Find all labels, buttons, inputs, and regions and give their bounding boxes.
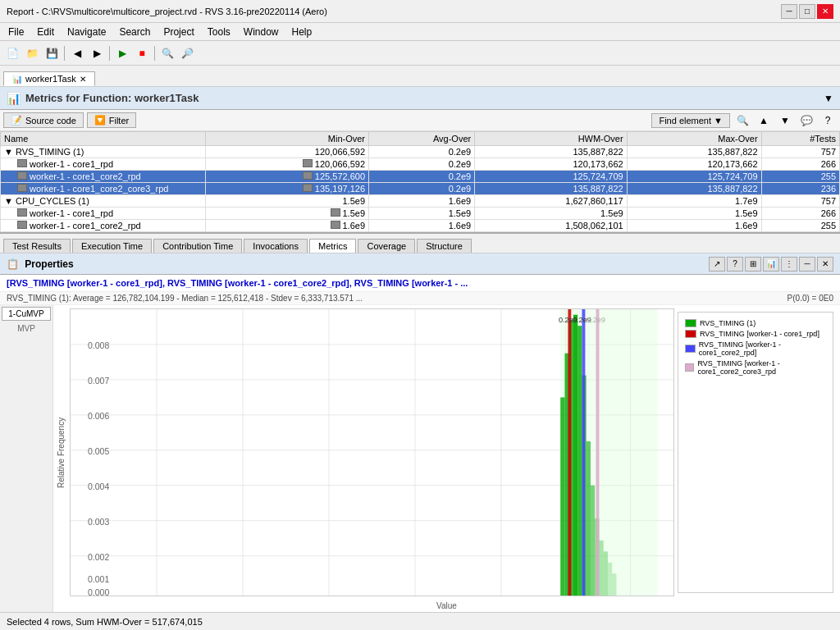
table-row[interactable]: worker-1 - core1_rpd 120,066,592 0.2e9 1… <box>1 158 840 171</box>
lower-panel: 📋 Properties ↗ ? ⊞ 📊 ⋮ ─ ✕ [RVS_TIMING [… <box>0 253 840 612</box>
stop-button[interactable]: ■ <box>133 44 151 62</box>
maximize-button[interactable]: □ <box>799 4 815 19</box>
help-button[interactable]: ? <box>819 112 837 130</box>
col-hwm[interactable]: HWM-Over <box>475 132 627 146</box>
menu-project[interactable]: Project <box>158 25 199 39</box>
cell-name: worker-1 - core1_core2_rpd <box>1 171 206 183</box>
filter-button[interactable]: 🔽 Filter <box>87 112 136 128</box>
menu-window[interactable]: Window <box>239 25 284 39</box>
cell-min: 1.6e9 <box>206 220 369 232</box>
save-button[interactable]: 💾 <box>43 44 61 62</box>
tab-worker1task[interactable]: 📊 worker1Task ✕ <box>3 71 95 86</box>
source-code-button[interactable]: 📝 Source code <box>3 112 84 128</box>
chart-area: 1-CuMVP MVP Relative Frequency <box>0 305 840 612</box>
btab-contribution-time[interactable]: Contribution Time <box>153 239 242 253</box>
search-button[interactable]: 🔍 <box>733 112 751 130</box>
title-buttons: ─ □ ✕ <box>781 4 833 19</box>
btab-coverage[interactable]: Coverage <box>358 239 415 253</box>
cumvp-tab[interactable]: 1-CuMVP <box>2 307 51 321</box>
run-button[interactable]: ▶ <box>113 44 131 62</box>
cell-name: ▼ RVS_TIMING (1) <box>1 146 206 158</box>
new-button[interactable]: 📄 <box>3 44 21 62</box>
btab-execution-time[interactable]: Execution Time <box>72 239 152 253</box>
zoom-out-button[interactable]: 🔎 <box>178 44 196 62</box>
svg-rect-38 <box>587 441 591 596</box>
cell-max: 1.6e9 <box>627 220 761 232</box>
cell-name: ▼ CPU_CYCLES (1) <box>1 195 206 208</box>
down-button[interactable]: ▼ <box>776 112 794 130</box>
svg-rect-44 <box>612 573 616 596</box>
cell-min: 1.5e9 <box>206 195 369 208</box>
minimize-button[interactable]: ─ <box>781 4 797 19</box>
menu-edit[interactable]: Edit <box>32 25 59 39</box>
comment-button[interactable]: 💬 <box>797 112 815 130</box>
metrics-panel-title: 📊 Metrics for Function: worker1Task <box>7 92 199 105</box>
close-panel-button[interactable]: ✕ <box>817 257 833 272</box>
legend-item-core1-core2-rpd: RVS_TIMING [worker-1 - core1_core2_rpd] <box>685 340 826 357</box>
table-view-button[interactable]: ⊞ <box>745 257 761 272</box>
close-button[interactable]: ✕ <box>817 4 833 19</box>
cell-hwm: 135,887,822 <box>475 183 627 195</box>
cell-avg: 0.2e9 <box>369 146 475 158</box>
menu-tools[interactable]: Tools <box>203 25 235 39</box>
svg-rect-32 <box>560 397 564 596</box>
properties-icon: 📋 <box>7 258 19 270</box>
menu-file[interactable]: File <box>3 25 29 39</box>
metrics-table: Name Min-Over Avg-Over HWM-Over Max-Over… <box>0 131 840 232</box>
cell-hwm: 1.5e9 <box>475 208 627 220</box>
cell-name: worker-1 - core1_rpd <box>1 158 206 171</box>
svg-text:0.008: 0.008 <box>88 340 109 350</box>
cell-avg: 1.6e9 <box>369 195 475 208</box>
open-button[interactable]: 📁 <box>23 44 41 62</box>
menu-help[interactable]: Help <box>287 25 317 39</box>
legend-label-2: RVS_TIMING [worker-1 - core1_rpd] <box>700 330 819 338</box>
btab-metrics[interactable]: Metrics <box>309 239 356 253</box>
table-row[interactable]: worker-1 - core1_core2_rpd 125,572,600 0… <box>1 171 840 183</box>
separator-3 <box>154 46 155 61</box>
back-button[interactable]: ◀ <box>68 44 86 62</box>
tab-label: worker1Task <box>25 74 76 84</box>
svg-rect-35 <box>573 315 578 596</box>
col-avg[interactable]: Avg-Over <box>369 132 475 146</box>
external-link-button[interactable]: ↗ <box>709 257 725 272</box>
forward-button[interactable]: ▶ <box>88 44 106 62</box>
find-element-button[interactable]: Find element ▼ <box>651 113 730 128</box>
chart-view-button[interactable]: 📊 <box>763 257 779 272</box>
col-min[interactable]: Min-Over <box>206 132 369 146</box>
table-row[interactable]: worker-1 - core1_core2_rpd 1.6e9 1.6e9 1… <box>1 220 840 232</box>
legend-color-pink <box>685 363 694 372</box>
more-options-button[interactable]: ⋮ <box>781 257 797 272</box>
up-button[interactable]: ▲ <box>755 112 773 130</box>
cell-tests: 236 <box>761 183 839 195</box>
table-row[interactable]: ▼ RVS_TIMING (1) 120,066,592 0.2e9 135,8… <box>1 146 840 158</box>
col-name[interactable]: Name <box>1 132 206 146</box>
properties-help-button[interactable]: ? <box>727 257 743 272</box>
table-row[interactable]: worker-1 - core1_rpd 1.5e9 1.5e9 1.5e9 1… <box>1 208 840 220</box>
menu-bar: File Edit Navigate Search Project Tools … <box>0 23 840 41</box>
table-header-row: Name Min-Over Avg-Over HWM-Over Max-Over… <box>1 132 840 146</box>
table-row[interactable]: ▼ CPU_CYCLES (1) 1.5e9 1.6e9 1,627,860,1… <box>1 195 840 208</box>
minimize-panel-button[interactable]: ─ <box>799 257 815 272</box>
panel-expand-icon[interactable]: ▼ <box>824 93 833 104</box>
menu-navigate[interactable]: Navigate <box>62 25 111 39</box>
cell-min: 135,197,126 <box>206 183 369 195</box>
btab-invocations[interactable]: Invocations <box>244 239 308 253</box>
col-tests[interactable]: #Tests <box>761 132 839 146</box>
menu-search[interactable]: Search <box>114 25 155 39</box>
svg-rect-42 <box>604 551 608 596</box>
stats-left: RVS_TIMING (1): Average = 126,782,104.19… <box>7 294 363 303</box>
zoom-in-button[interactable]: 🔍 <box>158 44 176 62</box>
metrics-toolbar: 📝 Source code 🔽 Filter Find element ▼ 🔍 … <box>0 110 840 131</box>
col-max[interactable]: Max-Over <box>627 132 761 146</box>
cell-min: 1.5e9 <box>206 208 369 220</box>
tab-close-button[interactable]: ✕ <box>80 75 86 84</box>
cell-name: worker-1 - core1_rpd <box>1 208 206 220</box>
chart-stats: RVS_TIMING (1): Average = 126,782,104.19… <box>0 292 840 305</box>
legend-color-blue <box>685 345 696 353</box>
chart-legend: RVS_TIMING (1) RVS_TIMING [worker-1 - co… <box>678 312 833 593</box>
toolbar: 📄 📁 💾 ◀ ▶ ▶ ■ 🔍 🔎 <box>0 41 840 66</box>
btab-structure[interactable]: Structure <box>417 239 472 253</box>
table-row[interactable]: worker-1 - core1_core2_core3_rpd 135,197… <box>1 183 840 195</box>
btab-test-results[interactable]: Test Results <box>3 239 71 253</box>
status-text: Selected 4 rows, Sum HWM-Over = 517,674,… <box>7 617 203 627</box>
